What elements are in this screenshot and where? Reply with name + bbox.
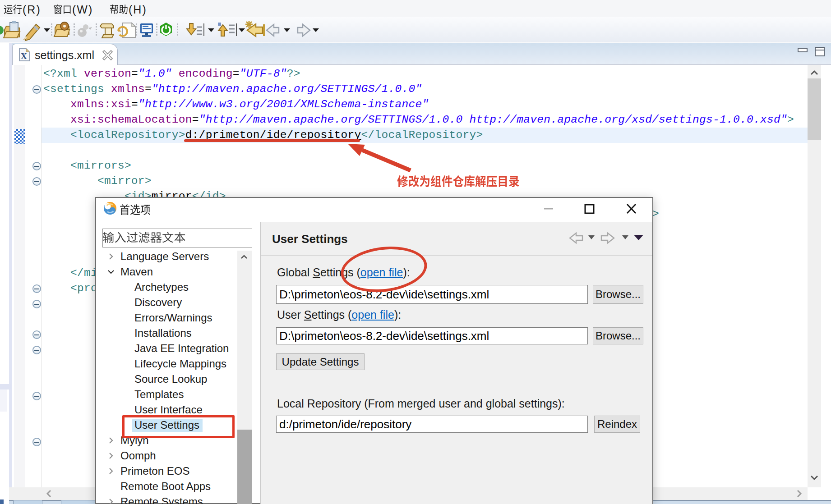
svg-text:X: X xyxy=(21,51,27,61)
